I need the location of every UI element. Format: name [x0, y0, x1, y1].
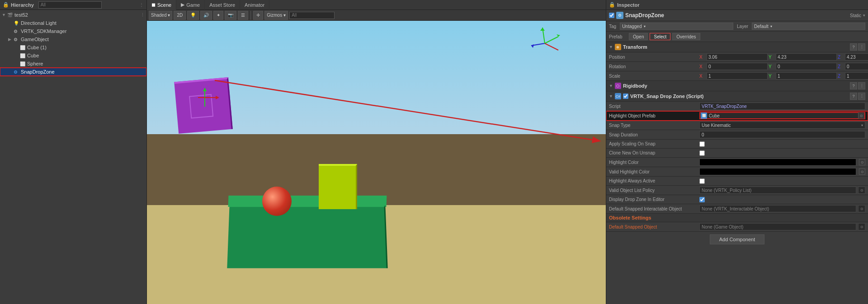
highlight-always-label: Highlight Always Active [609, 178, 699, 183]
light-toggle[interactable]: 💡 [187, 11, 199, 20]
rx-label: X [699, 64, 706, 69]
scale-x-field[interactable] [707, 72, 768, 80]
snap-type-dropdown[interactable]: Use Kinematic ▾ [699, 122, 865, 129]
hier-item-sphere[interactable]: ⬜ Sphere [0, 60, 146, 68]
scale-y-field[interactable] [776, 72, 837, 80]
position-z-field[interactable] [845, 53, 868, 61]
prefab-select-btn[interactable]: Select [650, 33, 670, 40]
default-snapped-interactable-label: Default Snapped Interactable Object [609, 206, 699, 211]
script-section-header[interactable]: ▼ C# VRTK_Snap Drop Zone (Script) ? ⋮ [606, 91, 868, 102]
inspector-lock-icon[interactable]: 🔒 [609, 2, 615, 8]
script-section-icon: C# [615, 93, 621, 99]
position-y-field[interactable] [776, 53, 837, 61]
object-active-checkbox[interactable] [609, 13, 614, 18]
display-drop-zone-checkbox[interactable] [699, 197, 705, 202]
script-active-checkbox[interactable] [623, 94, 628, 99]
highlight-always-active-row: Highlight Always Active [606, 177, 868, 186]
hier-item-cube1[interactable]: ⬜ Cube (1) [0, 43, 146, 51]
scale-z-field[interactable] [845, 72, 868, 80]
yellow-cube [319, 164, 357, 209]
sz-label: Z [838, 74, 844, 79]
rotation-y-field[interactable] [776, 63, 837, 70]
script-settings-icon[interactable]: ? [850, 93, 857, 100]
hier-label: test52 [14, 12, 28, 18]
scene-tab-icon: ◼ [151, 2, 156, 8]
hier-item-cube[interactable]: ⬜ Cube [0, 51, 146, 60]
hierarchy-lock-icon[interactable]: 🔒 [3, 2, 9, 8]
scene-canvas[interactable] [147, 21, 606, 304]
valid-object-list-field[interactable]: None (VRTK_Policy List) [699, 187, 856, 194]
tab-game[interactable]: ▶ Game [176, 0, 205, 10]
valid-highlight-color-pick[interactable]: ⊙ [859, 168, 865, 175]
snap-icon: ⚙ [14, 70, 20, 75]
rotation-x-field[interactable] [707, 63, 768, 70]
move-tool[interactable]: ✛ [253, 11, 263, 20]
scene-settings[interactable]: ☰ [238, 11, 248, 20]
scene-search[interactable] [289, 12, 335, 19]
highlight-color-pick[interactable]: ⊙ [859, 159, 865, 165]
tab-animator[interactable]: Animator [240, 0, 269, 10]
pick-icon[interactable]: ⊙ [858, 112, 864, 119]
rigidbody-arrow-icon: ▼ [609, 84, 613, 88]
valid-object-list-pick[interactable]: ⊙ [858, 187, 865, 194]
scene-tabs: ◼ Scene ▶ Game Asset Store Animator [147, 0, 606, 10]
hier-item-vrtk-sdk[interactable]: ⚙ VRTK_SDKManager [0, 27, 146, 35]
tab-scene[interactable]: ◼ Scene [147, 0, 176, 10]
2d-button[interactable]: 2D [174, 11, 186, 20]
prefab-overrides-btn[interactable]: Overrides [672, 33, 700, 40]
effects-toggle[interactable]: ✦ [213, 11, 223, 20]
apply-scaling-checkbox[interactable] [699, 141, 705, 147]
hierarchy-options-icon[interactable]: ⋮ [139, 2, 144, 7]
cube-field-text: Cube [708, 113, 858, 118]
hierarchy-search[interactable] [38, 1, 102, 9]
hier-item-snapdropzone[interactable]: ⚙ SnapDropZone [0, 68, 146, 76]
hier-item-test52[interactable]: ▼ 🎬 test52 ⋮ [0, 11, 146, 19]
snap-duration-field[interactable] [699, 131, 865, 138]
rigidbody-title: Rigidbody [623, 83, 848, 89]
rigidbody-menu-icon[interactable]: ⋮ [858, 82, 865, 89]
apply-scaling-value [699, 141, 865, 147]
transform-menu-icon[interactable]: ⋮ [858, 43, 865, 51]
transform-settings-icon[interactable]: ? [850, 43, 857, 51]
object-name-text[interactable]: SnapDropZone [625, 12, 848, 19]
default-snapped-interactable-pick[interactable]: ⊙ [858, 205, 865, 212]
default-snapped-object-row: Default Snapped Object None (Game Object… [606, 222, 868, 232]
layer-dropdown[interactable]: Default ▾ [752, 23, 865, 30]
highlight-object-field[interactable]: ⬜ Cube ⊙ [699, 112, 865, 119]
camera-toggle[interactable]: 📷 [225, 11, 236, 20]
static-arrow[interactable]: ▾ [863, 13, 865, 18]
default-snapped-interactable-field[interactable]: None (VRTK_Interactable Object) [699, 205, 856, 212]
gizmos-dropdown[interactable]: Gizmos ▾ [264, 11, 288, 20]
hier-item-gameobject[interactable]: ▶ ⚙ GameObject [0, 35, 146, 43]
shaded-dropdown[interactable]: Shaded ▾ [149, 11, 172, 20]
rotation-z-field[interactable] [845, 63, 868, 70]
layer-label: Layer [737, 24, 748, 29]
script-field[interactable]: VRTK_SnapDropZone [699, 103, 865, 110]
clone-new-checkbox[interactable] [699, 150, 705, 156]
scene-panel: ◼ Scene ▶ Game Asset Store Animator Shad… [147, 0, 606, 304]
audio-toggle[interactable]: 🔊 [200, 11, 212, 20]
asset-store-tab-label: Asset Store [209, 2, 235, 8]
tag-dropdown[interactable]: Untagged ▾ [620, 23, 733, 30]
add-component-button[interactable]: Add Component [710, 234, 765, 244]
rotation-row: Rotation X Y Z [606, 62, 868, 71]
tag-label: Tag [609, 24, 616, 29]
rigidbody-settings-icon[interactable]: ? [850, 82, 857, 89]
layer-arrow: ▾ [770, 24, 772, 28]
highlight-always-checkbox[interactable] [699, 178, 705, 184]
prefab-open-btn[interactable]: Open [629, 33, 648, 40]
transform-section-header[interactable]: ▼ ⊕ Transform ? ⋮ [606, 42, 868, 52]
highlight-color-field[interactable] [699, 159, 856, 166]
valid-highlight-color-field[interactable] [699, 168, 856, 175]
rigidbody-section-header[interactable]: ▼ ⬡ Rigidbody ? ⋮ [606, 81, 868, 91]
hier-item-directional-light[interactable]: 💡 Directional Light [0, 19, 146, 27]
script-menu-icon[interactable]: ⋮ [858, 93, 865, 100]
default-snapped-object-pick[interactable]: ⊙ [858, 223, 865, 230]
obsolete-section-header[interactable]: Obsolete Settings [606, 214, 868, 222]
position-x-field[interactable] [707, 53, 768, 61]
scene-icon: 🎬 [7, 13, 14, 18]
shaded-label: Shaded [151, 13, 166, 18]
hier-menu-icon[interactable]: ⋮ [141, 13, 145, 17]
tab-asset-store[interactable]: Asset Store [205, 0, 240, 10]
default-snapped-object-field[interactable]: None (Game Object) [699, 223, 856, 230]
